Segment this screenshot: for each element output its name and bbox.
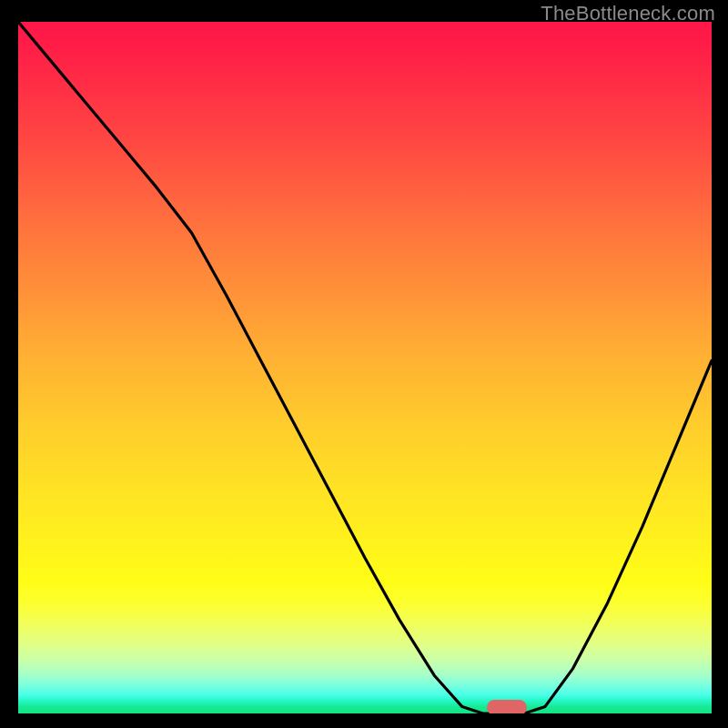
plot-area <box>18 22 712 713</box>
bottleneck-curve <box>18 22 712 713</box>
optimal-marker <box>487 700 527 713</box>
watermark-text: TheBottleneck.com <box>541 2 715 25</box>
chart-frame: TheBottleneck.com <box>0 0 728 728</box>
